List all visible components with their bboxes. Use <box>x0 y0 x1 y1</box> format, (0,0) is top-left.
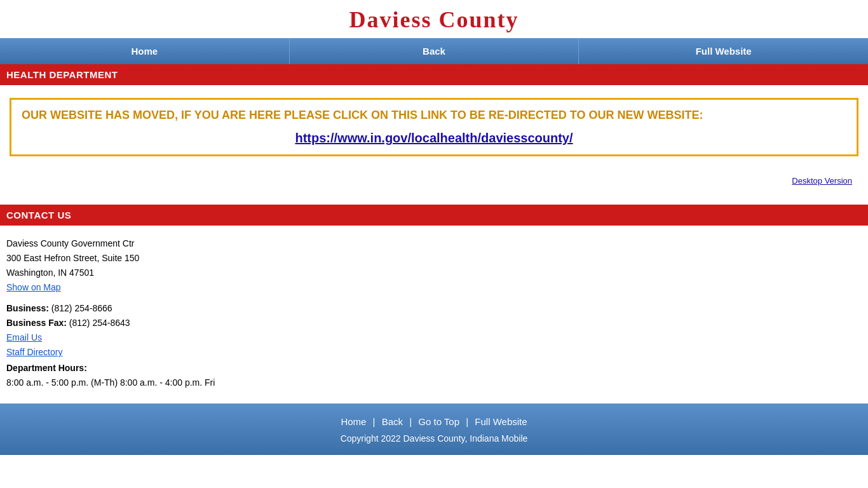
announcement-text: OUR WEBSITE HAS MOVED, IF YOU ARE HERE P… <box>22 109 846 122</box>
footer-back-link[interactable]: Back <box>382 416 403 427</box>
site-title-text: Daviess County <box>349 7 519 32</box>
contact-section-header: CONTACT US <box>0 205 868 226</box>
hours-value: 8:00 a.m. - 5:00 p.m. (M-Th) 8:00 a.m. -… <box>6 376 862 390</box>
contact-section-title: CONTACT US <box>6 210 71 220</box>
site-title: Daviess County <box>0 6 868 33</box>
footer-sep3: | <box>466 416 471 427</box>
nav-back[interactable]: Back <box>290 38 580 64</box>
contact-content: Daviess County Government Ctr 300 East H… <box>0 226 868 403</box>
fax-label: Business Fax: <box>6 318 67 328</box>
email-us-link[interactable]: Email Us <box>6 332 42 342</box>
header: Daviess County <box>0 0 868 38</box>
address-line2: 300 East Hefron Street, Suite 150 <box>6 252 862 265</box>
announcement-box: OUR WEBSITE HAS MOVED, IF YOU ARE HERE P… <box>10 98 858 156</box>
footer-top-link[interactable]: Go to Top <box>418 416 459 427</box>
nav-home[interactable]: Home <box>0 38 290 64</box>
nav-full-website[interactable]: Full Website <box>579 38 868 64</box>
health-section-header: HEALTH DEPARTMENT <box>0 64 868 85</box>
business-phone: (812) 254-8666 <box>51 303 112 313</box>
footer-copyright: Copyright 2022 Daviess County, Indiana M… <box>0 433 868 444</box>
fax-number: (812) 254-8643 <box>69 318 130 328</box>
footer-links: Home | Back | Go to Top | Full Website <box>0 416 868 427</box>
footer-sep1: | <box>373 416 378 427</box>
health-section-title: HEALTH DEPARTMENT <box>6 69 118 80</box>
hours-label: Department Hours: <box>6 363 87 373</box>
footer-fullwebsite-link[interactable]: Full Website <box>475 416 527 427</box>
address-line3: Washington, IN 47501 <box>6 266 862 280</box>
footer: Home | Back | Go to Top | Full Website C… <box>0 403 868 455</box>
staff-directory-link[interactable]: Staff Directory <box>6 347 62 357</box>
desktop-version-link[interactable]: Desktop Version <box>792 176 852 186</box>
footer-home-link[interactable]: Home <box>341 416 366 427</box>
footer-sep2: | <box>409 416 414 427</box>
desktop-version-row: Desktop Version <box>10 169 858 192</box>
navbar: Home Back Full Website <box>0 38 868 64</box>
business-phone-line: Business: (812) 254-8666 <box>6 302 862 315</box>
fax-line: Business Fax: (812) 254-8643 <box>6 316 862 330</box>
new-website-link[interactable]: https://www.in.gov/localhealth/daviessco… <box>22 131 846 146</box>
business-label: Business: <box>6 303 49 313</box>
show-on-map-link[interactable]: Show on Map <box>6 282 61 292</box>
address-line1: Daviess County Government Ctr <box>6 237 862 250</box>
department-hours-line: Department Hours: <box>6 362 862 375</box>
main-content: OUR WEBSITE HAS MOVED, IF YOU ARE HERE P… <box>0 85 868 205</box>
